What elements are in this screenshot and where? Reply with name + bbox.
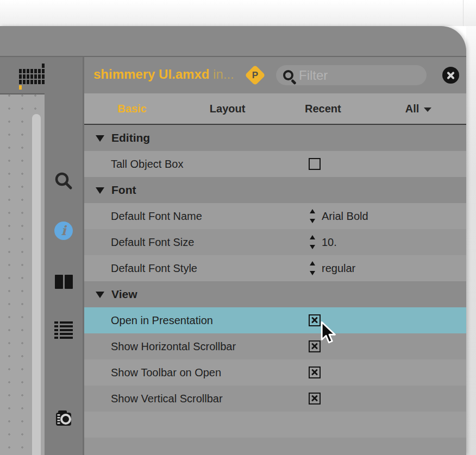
property-row-open-in-presentation[interactable]: Open in Presentation: [84, 307, 466, 333]
collapse-triangle-icon: [96, 187, 104, 194]
section-header-font[interactable]: Font: [84, 177, 466, 203]
inspector-header: shimmery UI.amxd in... P: [84, 57, 466, 93]
desktop-top-strip: [0, 0, 476, 26]
font-style-value[interactable]: regular: [322, 255, 355, 281]
filter-search-box[interactable]: [276, 65, 427, 85]
property-row-show-vertical-scrollbar[interactable]: Show Vertical Scrollbar: [84, 386, 466, 412]
tab-all[interactable]: All: [371, 93, 466, 124]
font-size-value[interactable]: 10.: [322, 229, 337, 255]
max-patcher-window: i shimmery UI.amxd in...: [0, 26, 466, 455]
inspector-title: shimmery UI.amxd in...: [93, 57, 234, 93]
checkbox-show-vertical-scrollbar[interactable]: [309, 393, 321, 405]
checkbox-show-horizontal-scrollbar[interactable]: [309, 340, 321, 352]
property-row-show-horizontal-scrollbar[interactable]: Show Horizontal Scrollbar: [84, 333, 466, 359]
snapshot-camera-icon[interactable]: [54, 408, 73, 428]
tab-recent[interactable]: Recent: [275, 93, 371, 124]
close-icon[interactable]: [442, 67, 459, 84]
stepper-icon[interactable]: [308, 234, 317, 250]
title-suffix: in...: [213, 67, 234, 81]
property-row-default-font-size[interactable]: Default Font Size 10.: [84, 229, 466, 255]
property-row-default-font-style[interactable]: Default Font Style regular: [84, 255, 466, 281]
section-header-view[interactable]: View: [84, 281, 466, 307]
list-view-icon[interactable]: [54, 320, 73, 340]
info-icon[interactable]: i: [54, 221, 73, 241]
patcher-name: shimmery UI.amxd: [93, 67, 209, 81]
checkbox-show-toolbar-on-open[interactable]: [309, 366, 321, 378]
property-row-default-font-name[interactable]: Default Font Name Arial Bold: [84, 203, 466, 229]
object-palette-grid-icon[interactable]: [19, 64, 45, 90]
info-circle: i: [54, 222, 73, 240]
empty-row: [84, 438, 466, 455]
checkbox-open-in-presentation[interactable]: [309, 314, 321, 326]
collapse-triangle-icon: [96, 135, 104, 142]
property-list: Editing Tall Object Box Font Default Fon…: [84, 125, 466, 455]
section-header-editing[interactable]: Editing: [84, 125, 466, 151]
collapse-triangle-icon: [96, 292, 104, 298]
stepper-icon[interactable]: [308, 208, 317, 224]
presentation-badge-icon[interactable]: P: [245, 65, 265, 85]
filter-input[interactable]: [299, 68, 466, 83]
search-icon[interactable]: [54, 171, 73, 191]
dual-panel-icon[interactable]: [54, 272, 73, 292]
property-row-tall-object-box[interactable]: Tall Object Box: [84, 151, 466, 177]
tab-basic[interactable]: Basic: [84, 93, 180, 124]
inspector-panel: shimmery UI.amxd in... P Basic Layout Re…: [83, 57, 466, 455]
checkbox-tall-object-box[interactable]: [309, 158, 321, 170]
desktop-right-strip: [466, 26, 476, 455]
font-name-value[interactable]: Arial Bold: [322, 203, 368, 229]
tab-layout[interactable]: Layout: [180, 93, 275, 124]
property-row-show-toolbar-on-open[interactable]: Show Toolbar on Open: [84, 359, 466, 386]
search-icon: [283, 70, 293, 80]
stepper-icon[interactable]: [308, 260, 317, 276]
canvas-vertical-scrollbar[interactable]: [32, 114, 41, 455]
inspector-tab-bar: Basic Layout Recent All: [84, 93, 466, 125]
empty-row: [84, 412, 466, 438]
chevron-down-icon: [424, 108, 431, 112]
desktop-seam-line: [463, 0, 464, 26]
